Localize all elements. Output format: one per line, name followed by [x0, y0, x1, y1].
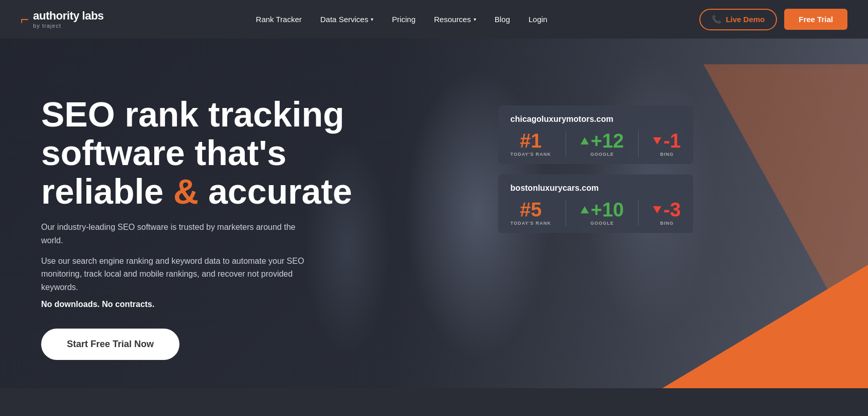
nav-login[interactable]: Login	[529, 15, 548, 24]
stat-divider-2a	[566, 200, 566, 226]
google-label-1: GOOGLE	[590, 152, 614, 157]
rank-card-2-domain: bostonluxurycars.com	[511, 184, 681, 193]
stat-divider-1b	[638, 131, 639, 157]
industry-title: Industry leaders choose AuthorityLabs	[41, 414, 827, 416]
rank-stat-1: #1 TODAY'S RANK	[511, 131, 551, 157]
rank-card-1: chicagoluxurymotors.com #1 TODAY'S RANK …	[498, 105, 693, 164]
bing-number-1: -1	[653, 131, 681, 151]
rank-card-2-stats: #5 TODAY'S RANK +10 GOOGLE -3	[511, 200, 681, 226]
google-number-1: +12	[581, 131, 624, 151]
rank-label-2: TODAY'S RANK	[511, 221, 551, 226]
nav-blog-link[interactable]: Blog	[495, 15, 510, 24]
nav-resources-link[interactable]: Resources ▾	[434, 15, 476, 24]
phone-icon: 📞	[712, 15, 721, 24]
free-trial-button[interactable]: Free Trial	[784, 9, 847, 30]
stat-divider-1a	[566, 131, 566, 157]
bing-label-1: BING	[660, 152, 674, 157]
hero-section: SEO rank tracking software that's reliab…	[0, 39, 868, 388]
nav-menu: Rank Tracker Data Services ▾ Pricing Res…	[256, 15, 548, 24]
rank-card-1-stats: #1 TODAY'S RANK +12 GOOGLE -1	[511, 131, 681, 157]
google-stat-2: +10 GOOGLE	[581, 200, 624, 226]
stat-divider-2b	[638, 200, 639, 226]
logo-main: authority labs	[33, 10, 103, 22]
rank-value-2: #5	[520, 200, 541, 220]
hero-desc-2: Use our search engine ranking and keywor…	[41, 255, 309, 294]
rank-label-1: TODAY'S RANK	[511, 152, 551, 157]
start-trial-button[interactable]: Start Free Trial Now	[41, 329, 179, 360]
bing-stat-2: -3 BING	[653, 200, 681, 226]
nav-rank-tracker[interactable]: Rank Tracker	[256, 15, 302, 24]
rank-value-1: #1	[520, 131, 541, 151]
nav-data-services[interactable]: Data Services ▾	[320, 15, 373, 24]
hero-desc-1: Our industry-leading SEO software is tru…	[41, 221, 309, 247]
bing-stat-1: -1 BING	[653, 131, 681, 157]
arrow-down-icon-1	[653, 137, 661, 144]
nav-actions: 📞 Live Demo Free Trial	[699, 9, 847, 30]
hero-triangle-main	[662, 265, 868, 388]
hero-no-download: No downloads. No contracts.	[41, 300, 370, 309]
logo[interactable]: ⌐ authority labs by traject	[21, 10, 104, 28]
rank-card-1-domain: chicagoluxurymotors.com	[511, 115, 681, 124]
nav-resources[interactable]: Resources ▾	[434, 15, 476, 24]
bottom-section: Industry leaders choose AuthorityLabs	[0, 388, 868, 416]
arrow-up-icon-1	[581, 137, 589, 144]
nav-rank-tracker-link[interactable]: Rank Tracker	[256, 15, 302, 24]
arrow-up-icon-2	[581, 206, 589, 213]
logo-sub: by traject	[33, 23, 103, 29]
google-stat-1: +12 GOOGLE	[581, 131, 624, 157]
nav-pricing-link[interactable]: Pricing	[392, 15, 415, 24]
nav-data-services-link[interactable]: Data Services ▾	[320, 15, 373, 24]
arrow-down-icon-2	[653, 206, 661, 213]
logo-icon: ⌐	[21, 12, 29, 27]
google-label-2: GOOGLE	[590, 221, 614, 226]
nav-login-link[interactable]: Login	[529, 15, 548, 24]
rank-stat-2: #5 TODAY'S RANK	[511, 200, 551, 226]
google-number-2: +10	[581, 200, 624, 220]
nav-blog[interactable]: Blog	[495, 15, 510, 24]
navbar: ⌐ authority labs by traject Rank Tracker…	[0, 0, 868, 39]
live-demo-button[interactable]: 📞 Live Demo	[699, 9, 777, 30]
logo-text: authority labs by traject	[33, 10, 103, 28]
hero-title: SEO rank tracking software that's reliab…	[41, 95, 370, 210]
rank-card-2: bostonluxurycars.com #5 TODAY'S RANK +10…	[498, 174, 693, 233]
bing-number-2: -3	[653, 200, 681, 220]
bing-label-2: BING	[660, 221, 674, 226]
hero-content: SEO rank tracking software that's reliab…	[0, 39, 411, 360]
chevron-down-icon-2: ▾	[474, 16, 476, 22]
nav-pricing[interactable]: Pricing	[392, 15, 415, 24]
chevron-down-icon: ▾	[371, 16, 373, 22]
rank-cards-container: chicagoluxurymotors.com #1 TODAY'S RANK …	[498, 105, 693, 233]
